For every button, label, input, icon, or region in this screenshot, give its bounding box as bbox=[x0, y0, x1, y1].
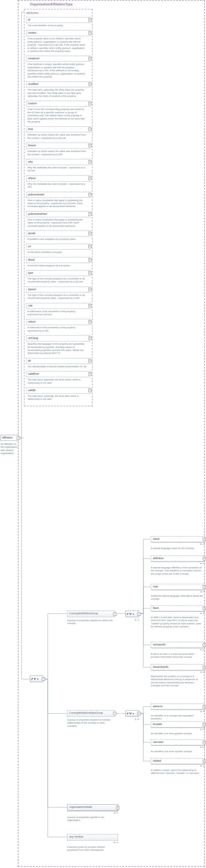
expand-icon[interactable]: + bbox=[88, 127, 92, 131]
attribute-howuri[interactable]: howuri+ bbox=[26, 143, 90, 149]
expand-icon[interactable]: + bbox=[203, 643, 206, 647]
expand-icon[interactable]: + bbox=[88, 359, 92, 363]
element-affiliation[interactable]: affiliation − bbox=[1, 435, 19, 441]
attribute-typeuri[interactable]: typeuri+ bbox=[26, 286, 90, 292]
attribute-modified[interactable]: modified+ bbox=[26, 81, 90, 87]
element-label: narrower bbox=[153, 741, 163, 743]
expand-icon[interactable]: + bbox=[88, 337, 92, 340]
attribute-how[interactable]: how+ bbox=[26, 126, 90, 132]
expand-icon[interactable]: + bbox=[203, 741, 206, 744]
sequence-compositor-main[interactable]: • • •− bbox=[30, 676, 44, 682]
expand-icon[interactable]: + bbox=[88, 304, 92, 307]
expand-icon[interactable]: + bbox=[203, 666, 206, 669]
element-description: A group of properties specific to an org… bbox=[67, 816, 115, 822]
sequence-compositor-def[interactable]: • • •− bbox=[125, 611, 139, 617]
attribute-label: creatoruri bbox=[28, 57, 40, 60]
element-box[interactable]: narrower+ bbox=[151, 739, 205, 745]
expand-icon[interactable]: + bbox=[88, 258, 92, 261]
attribute-creatoruri[interactable]: creatoruri+ bbox=[26, 56, 90, 62]
expand-icon[interactable]: + bbox=[88, 160, 92, 163]
expand-icon[interactable]: + bbox=[88, 177, 92, 180]
expand-icon[interactable]: + bbox=[203, 607, 206, 610]
element-box[interactable]: organisationDetails + bbox=[67, 804, 118, 811]
element-box[interactable]: remoteInfo+ bbox=[151, 642, 205, 648]
expand-icon[interactable]: + bbox=[88, 389, 92, 392]
expand-icon[interactable]: + bbox=[203, 705, 206, 708]
attribute-creator[interactable]: creator+ bbox=[26, 30, 90, 36]
expand-icon[interactable]: + bbox=[88, 245, 92, 248]
element-label: definition bbox=[153, 557, 163, 560]
attribute-validto[interactable]: validto+ bbox=[26, 388, 90, 394]
attribute-label: custom bbox=[28, 102, 37, 105]
attribute-description: Specifies the language of this property … bbox=[27, 343, 87, 355]
element-box[interactable]: broader+ bbox=[151, 721, 205, 727]
attribute-description: If the attribute is empty, specifies whi… bbox=[27, 63, 87, 78]
expand-icon[interactable]: + bbox=[116, 806, 120, 809]
expand-icon[interactable]: + bbox=[203, 760, 206, 763]
expand-icon[interactable]: − bbox=[42, 677, 45, 681]
expand-icon[interactable]: + bbox=[203, 585, 206, 589]
attribute-literal[interactable]: literal+ bbox=[26, 257, 90, 263]
attribute-qcode[interactable]: qcode+ bbox=[26, 230, 90, 237]
expand-icon[interactable]: + bbox=[88, 18, 92, 22]
attribute-label: literal bbox=[28, 258, 35, 261]
element-box[interactable]: hierarchyInfo+ bbox=[151, 664, 205, 670]
expand-icon[interactable]: + bbox=[88, 320, 92, 323]
expand-icon[interactable]: + bbox=[88, 31, 92, 35]
expand-icon[interactable]: + bbox=[88, 232, 92, 235]
element-box[interactable]: facet+ bbox=[151, 605, 205, 611]
cardinality: 0..∞ bbox=[125, 618, 139, 621]
attributes-label: attributes bbox=[26, 11, 90, 14]
attribute-pubconstrainturi[interactable]: pubconstrainturi+ bbox=[26, 211, 90, 217]
expand-icon[interactable]: + bbox=[203, 723, 206, 726]
expand-icon[interactable]: − bbox=[113, 613, 117, 616]
expand-icon[interactable]: + bbox=[88, 193, 92, 196]
attribute-pubconstraint[interactable]: pubconstraint+ bbox=[26, 192, 90, 198]
attribute-xml-lang[interactable]: xml:lang+ bbox=[26, 335, 90, 341]
element-box[interactable]: note+ bbox=[151, 584, 205, 590]
element-box[interactable]: related+ bbox=[151, 758, 205, 764]
element-box[interactable]: sameAs+ bbox=[151, 704, 205, 710]
attribute-id[interactable]: id+ bbox=[26, 17, 90, 23]
attribute-description: The directionality of textual content (e… bbox=[27, 365, 87, 368]
attribute-label: why bbox=[28, 160, 33, 163]
attribute-label: pubconstraint bbox=[28, 193, 44, 196]
attribute-why[interactable]: why+ bbox=[26, 159, 90, 165]
cardinality: 0..∞ bbox=[151, 562, 205, 565]
element-description: An identifier of a concept with equivale… bbox=[151, 714, 203, 720]
attribute-role[interactable]: role+ bbox=[26, 303, 90, 309]
attribute-whyuri[interactable]: whyuri+ bbox=[26, 176, 90, 181]
attribute-dir[interactable]: dir+ bbox=[26, 358, 90, 364]
group-box[interactable]: ConceptRelationshipsGroup − bbox=[67, 710, 115, 717]
expand-icon[interactable]: + bbox=[203, 538, 206, 541]
sequence-compositor-rel[interactable]: • • •− bbox=[125, 710, 139, 717]
element-box[interactable]: any ##other bbox=[67, 834, 118, 841]
expand-icon[interactable]: + bbox=[88, 212, 92, 216]
expand-icon[interactable]: − bbox=[17, 436, 20, 440]
expand-icon[interactable]: + bbox=[88, 144, 92, 147]
group-box[interactable]: ConceptDefinitionGroup − bbox=[67, 611, 115, 617]
element-label: facet bbox=[153, 607, 159, 610]
expand-icon[interactable]: + bbox=[88, 288, 92, 291]
attribute-uri[interactable]: uri+ bbox=[26, 244, 90, 250]
expand-icon[interactable]: + bbox=[88, 57, 92, 60]
expand-icon[interactable]: + bbox=[88, 83, 92, 86]
attribute-description: Indicates by which means the value was e… bbox=[27, 133, 87, 140]
element-box[interactable]: definition+ bbox=[151, 556, 205, 561]
expand-icon[interactable]: − bbox=[137, 712, 140, 715]
attribute-label: xml:lang bbox=[28, 337, 38, 340]
expand-icon[interactable]: + bbox=[88, 271, 92, 275]
child-definition: definition+0..∞A natural language defini… bbox=[151, 556, 205, 576]
attribute-type[interactable]: type+ bbox=[26, 270, 90, 276]
attribute-roleuri[interactable]: roleuri+ bbox=[26, 319, 90, 325]
expand-icon[interactable]: + bbox=[203, 557, 206, 560]
expand-icon[interactable]: + bbox=[88, 102, 92, 105]
attribute-custom[interactable]: custom+ bbox=[26, 101, 90, 106]
element-description: A link to an item or a web resource whic… bbox=[151, 653, 203, 659]
attribute-description: The date (and, optionally, the time) whe… bbox=[27, 89, 87, 98]
attribute-validfrom[interactable]: validfrom+ bbox=[26, 371, 90, 377]
expand-icon[interactable]: − bbox=[137, 613, 140, 616]
expand-icon[interactable]: + bbox=[88, 372, 92, 376]
element-box[interactable]: name+ bbox=[151, 536, 205, 542]
expand-icon[interactable]: − bbox=[113, 712, 117, 715]
